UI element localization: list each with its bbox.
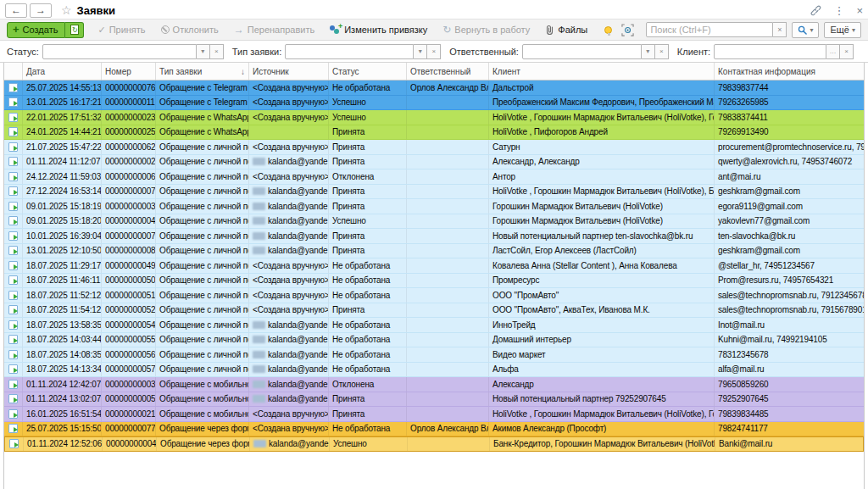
- row-request-icon: [4, 140, 23, 154]
- responsible-filter-input[interactable]: [522, 44, 642, 59]
- files-button[interactable]: Файлы: [545, 25, 587, 35]
- table-row[interactable]: 01.11.2024 12:52:0600000000004Обращение …: [4, 436, 864, 452]
- table-row[interactable]: 18.07.2025 11:54:1200000000052Обращение …: [4, 303, 864, 319]
- search-box: ×: [646, 22, 787, 37]
- table-row[interactable]: 13.01.2025 12:10:5000000000008Обращение …: [4, 244, 864, 259]
- cell-date: 01.11.2024 12:42:07: [23, 377, 102, 392]
- forward-button[interactable]: →: [30, 3, 52, 18]
- cell-responsible: Орлов Александр Вла...: [407, 422, 489, 436]
- table-row[interactable]: 27.12.2024 16:53:1400000000007Обращение …: [4, 185, 864, 200]
- table-row[interactable]: 13.01.2025 16:17:2100000000011Обращение …: [4, 96, 864, 111]
- cell-contact-info: geshkram@gmail.com: [715, 185, 864, 199]
- table-row[interactable]: 18.07.2025 13:58:3500000000054Обращение …: [4, 318, 864, 333]
- row-request-icon: [4, 125, 23, 140]
- request-document-icon: [8, 186, 18, 196]
- view-scope-icon[interactable]: [621, 24, 634, 36]
- column-header[interactable]: Клиент: [489, 63, 715, 80]
- cell-date: 18.07.2025 11:54:12: [23, 303, 102, 318]
- cell-date: 18.07.2025 11:52:12: [23, 288, 102, 303]
- table-row[interactable]: 24.12.2024 11:59:0300000000006Обращение …: [4, 169, 864, 185]
- create-by-copy-button[interactable]: [65, 22, 84, 38]
- client-filter-input[interactable]: [714, 44, 826, 59]
- ellipsis-picker-icon[interactable]: …: [826, 44, 840, 59]
- client-filter: … ×: [714, 44, 854, 59]
- more-button[interactable]: Ещё ▾: [824, 22, 861, 38]
- return-to-work-button[interactable]: ↻ Вернуть в работу: [442, 24, 530, 36]
- table-row[interactable]: 01.11.2024 13:02:0700000000005Обращение …: [4, 392, 864, 408]
- status-filter-input[interactable]: [42, 44, 197, 59]
- table-row[interactable]: 09.01.2025 15:18:2000000000004Обращение …: [4, 214, 864, 230]
- cell-number: 00000000006: [102, 169, 156, 184]
- column-header[interactable]: Контактная информация: [715, 63, 864, 80]
- table-row[interactable]: 25.07.2025 15:15:5000000000077Обращение …: [4, 422, 864, 437]
- cell-status: Не обработана: [329, 333, 407, 347]
- column-header[interactable]: Номер: [102, 63, 156, 80]
- cell-number: 00000000055: [102, 333, 156, 347]
- favorite-star-icon[interactable]: ☆: [61, 3, 72, 17]
- column-header[interactable]: Источник: [249, 63, 329, 80]
- request-document-icon: [8, 83, 18, 92]
- cell-request-type: Обращение с личной почты: [156, 185, 249, 199]
- kebab-menu-icon[interactable]: ⋮: [833, 4, 844, 17]
- lightbulb-icon[interactable]: [604, 26, 612, 34]
- table-row[interactable]: 18.07.2025 11:52:1200000000051Обращение …: [4, 288, 864, 303]
- row-request-icon: [4, 258, 23, 273]
- table-row[interactable]: 01.11.2024 11:12:0700000000002Обращение …: [4, 155, 864, 170]
- cell-status: Отклонена: [329, 169, 407, 184]
- cell-responsible: [407, 392, 489, 407]
- table-row[interactable]: 22.01.2025 17:51:3200000000023Обращение …: [4, 110, 864, 125]
- redacted-email-prefix: [253, 321, 265, 329]
- table-row[interactable]: 21.07.2025 15:47:2200000000062Обращение …: [4, 140, 864, 155]
- column-header[interactable]: Ответственный: [407, 63, 489, 80]
- table-row[interactable]: 18.07.2025 11:29:1700000000049Обращение …: [4, 258, 864, 274]
- cell-date: 25.07.2025 14:55:13: [23, 81, 102, 95]
- table-row[interactable]: 24.01.2025 14:44:2100000000025Обращение …: [4, 125, 864, 141]
- accept-button[interactable]: ✓ Принять: [97, 25, 145, 36]
- cell-source: kalanda@yande...: [249, 377, 329, 392]
- cell-source: <Создана вручную>: [249, 140, 329, 154]
- chevron-down-icon[interactable]: ▾: [197, 44, 210, 59]
- column-header[interactable]: Тип заявки↓: [156, 63, 249, 80]
- cell-source: [249, 125, 329, 140]
- clear-icon[interactable]: ×: [210, 44, 224, 59]
- back-button[interactable]: ←: [5, 3, 27, 18]
- cell-responsible: [407, 407, 489, 421]
- table-row[interactable]: 16.01.2025 16:51:5400000000021Обращение …: [4, 407, 864, 422]
- decline-button[interactable]: Отклонить: [161, 25, 219, 35]
- redacted-email-prefix: [253, 336, 265, 343]
- link-icon[interactable]: [810, 5, 821, 16]
- clear-icon[interactable]: ×: [840, 44, 854, 59]
- cell-date: 21.07.2025 15:47:22: [23, 140, 102, 154]
- table-row[interactable]: 18.07.2025 11:46:1100000000050Обращение …: [4, 274, 864, 289]
- redirect-button[interactable]: → Перенаправить: [234, 24, 314, 36]
- table-row[interactable]: 25.07.2025 14:55:1300000000076Обращение …: [4, 81, 864, 96]
- change-binding-button[interactable]: + Изменить привязку: [330, 25, 427, 35]
- chevron-down-icon[interactable]: ▾: [642, 44, 655, 59]
- column-header[interactable]: Статус: [329, 63, 407, 80]
- row-request-icon: [4, 110, 23, 125]
- row-request-icon: [4, 81, 23, 95]
- table-row[interactable]: 18.07.2025 14:03:4400000000055Обращение …: [4, 333, 864, 348]
- clear-icon[interactable]: ×: [655, 44, 669, 59]
- cell-contact-info: procurement@promtechnoservice.ru, 791655…: [715, 140, 864, 154]
- table-row[interactable]: 01.11.2024 12:42:0700000000003Обращение …: [4, 377, 864, 392]
- clear-icon[interactable]: ×: [427, 44, 441, 59]
- search-options-button[interactable]: ▾: [792, 22, 819, 38]
- table-row[interactable]: 18.07.2025 14:08:3500000000056Обращение …: [4, 347, 864, 363]
- column-header[interactable]: Дата: [23, 63, 102, 80]
- table-row[interactable]: 09.01.2025 15:18:1900000000003Обращение …: [4, 199, 864, 214]
- cell-status: Успешно: [329, 214, 407, 229]
- search-clear-icon[interactable]: ×: [773, 22, 787, 37]
- create-button[interactable]: + Создать: [7, 22, 65, 38]
- cell-contact-info: Inot@mail.ru: [715, 318, 864, 332]
- cell-contact-info: 79824741177: [715, 422, 864, 436]
- search-input[interactable]: [646, 22, 773, 37]
- redacted-email-prefix: [253, 395, 265, 403]
- table-row[interactable]: 10.01.2025 16:39:0400000000007Обращение …: [4, 229, 864, 244]
- close-icon[interactable]: ×: [856, 4, 863, 17]
- chevron-down-icon[interactable]: ▾: [414, 44, 427, 59]
- request-type-filter-input[interactable]: [285, 44, 414, 59]
- cell-client: HoliVotke , Пифогоров Андрей: [489, 125, 715, 140]
- table-row[interactable]: 18.07.2025 14:13:3400000000057Обращение …: [4, 363, 864, 378]
- requests-table: ДатаНомерТип заявки↓ИсточникСтатусОтветс…: [3, 63, 865, 489]
